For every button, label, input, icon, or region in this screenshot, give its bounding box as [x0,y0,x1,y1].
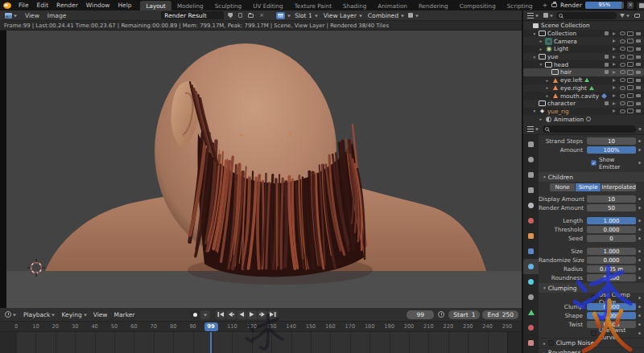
outliner-row-head[interactable]: ▾head [523,60,644,68]
animate-decorator-icon[interactable] [638,237,641,240]
render-toggle-icon[interactable] [635,46,642,52]
viewport-toggle-icon[interactable] [627,31,634,37]
playhead[interactable]: 99 [204,322,218,331]
properties-tab-output[interactable] [523,167,539,183]
open-image-button[interactable] [246,11,255,19]
workspace-tab-scripting[interactable]: Scripting [502,1,539,10]
timeline-ruler[interactable]: 99 0102030405060708090110120130140150160… [0,322,522,332]
outliner-row-mouth-cavity[interactable]: ▸mouth.cavity [523,92,644,100]
slot-dropdown[interactable]: Slot 1 [293,12,320,19]
workspace-tab-uv-editing[interactable]: UV Editing [247,1,289,10]
viewport-toggle-icon[interactable] [627,61,634,68]
outliner-row-animation[interactable]: ▸Animation [523,115,644,123]
selectable-toggle-icon[interactable] [611,77,617,84]
cancel-render-button[interactable]: × [627,2,634,9]
blender-logo-icon[interactable] [3,2,11,9]
field-size[interactable]: 1.000 [587,248,636,255]
disclosure-right-icon[interactable]: ▸ [545,85,550,90]
field-roundness[interactable]: 0.000 [587,274,636,281]
jump-to-end-button[interactable] [268,310,278,319]
fake-user-button[interactable] [226,11,234,19]
menu-view[interactable]: View [21,12,43,19]
field-randomize-size[interactable]: 0.000 [587,257,636,264]
viewport-toggle-icon[interactable] [627,69,634,76]
menu-image[interactable]: Image [43,12,71,19]
animate-decorator-icon[interactable] [638,207,641,209]
outliner-row-camera[interactable]: ▸Camera [523,37,644,45]
current-frame-field[interactable]: 99 [407,310,434,319]
hide-toggle-icon[interactable] [619,54,625,60]
exclude-checkbox[interactable] [603,31,609,37]
display-channels-icon[interactable] [408,13,413,18]
hide-toggle-icon[interactable] [619,101,625,107]
properties-editor-type-button[interactable] [526,125,540,133]
field-length[interactable]: 1.000 [587,217,636,224]
render-toggle-icon[interactable] [635,38,642,44]
outliner-row-yue[interactable]: ▾yue [523,53,644,61]
viewport-toggle-icon[interactable] [627,84,634,91]
viewport-toggle-icon[interactable] [627,46,634,52]
menu-keying[interactable]: Keying [58,311,89,318]
menu-view[interactable]: View [90,311,111,318]
animate-decorator-icon[interactable] [638,162,641,164]
properties-tab-tool[interactable] [523,137,539,152]
animate-decorator-icon[interactable] [638,140,641,142]
animate-decorator-icon[interactable] [638,314,641,317]
start-frame-field[interactable]: Start1 [448,310,480,319]
viewport-toggle-icon[interactable] [627,108,634,114]
disclosure-right-icon[interactable]: ▸ [545,78,550,83]
outliner-row-eye-right[interactable]: ▸eye.right [523,84,644,92]
animate-decorator-icon[interactable] [638,268,641,270]
option-interpolated[interactable]: Interpolated [601,183,636,191]
properties-tab-modifiers[interactable] [523,244,539,259]
menu-marker[interactable]: Marker [110,311,138,318]
selectable-toggle-icon[interactable] [611,61,617,68]
properties-tab-object[interactable] [523,228,539,244]
field-display-amount[interactable]: 10 [587,195,636,203]
render-toggle-icon[interactable] [635,84,642,91]
checkbox-use-twist-curve[interactable] [591,330,597,336]
hide-toggle-icon[interactable] [619,38,625,44]
selectable-toggle-icon[interactable] [611,31,617,37]
properties-tab-constraints[interactable] [523,289,539,305]
keying-set-dropdown[interactable] [200,310,210,319]
render-toggle-icon[interactable] [635,77,642,84]
animate-decorator-icon[interactable] [638,228,641,231]
properties-tab-object-data[interactable] [523,305,539,320]
field-clump[interactable]: 0.000 [587,303,636,310]
outliner-editor-type-button[interactable] [526,11,540,19]
prev-keyframe-button[interactable] [226,310,236,319]
render-toggle-icon[interactable] [635,31,642,37]
menu-file[interactable]: File [14,2,33,9]
outliner-filter-button[interactable] [618,11,631,19]
exclude-checkbox[interactable] [603,54,609,60]
outliner-row-collection[interactable]: ▾Collection [523,30,644,38]
menu-window[interactable]: Window [82,2,114,9]
disclosure-right-icon[interactable]: ▸ [545,93,550,98]
selectable-toggle-icon[interactable] [611,108,617,114]
panel-header-roughness[interactable]: ▸Roughness [539,347,644,353]
checkbox-show-emitter[interactable]: ✓ [591,160,597,166]
viewport-toggle-icon[interactable] [627,54,634,60]
outliner-row-eye-left[interactable]: ▸eye.left [523,76,644,84]
workspace-tab-texture-paint[interactable]: Texture Paint [289,1,337,10]
checkbox-use-clump-curve[interactable] [591,295,597,301]
animate-decorator-icon[interactable] [638,259,641,261]
menu-help[interactable]: Help [114,2,135,9]
field-threshold[interactable]: 0.000 [587,226,636,233]
exclude-checkbox[interactable] [603,101,609,107]
unlink-image-button[interactable]: × [258,11,266,19]
outliner-search-input[interactable] [556,12,617,19]
field-amount[interactable]: 100% [587,146,636,154]
end-frame-field[interactable]: End250 [482,310,518,319]
field-seed[interactable]: 0 [587,235,636,242]
selectable-toggle-icon[interactable] [611,84,617,91]
image-datablock-field[interactable]: Render Result [161,11,224,19]
hide-toggle-icon[interactable] [619,31,625,37]
properties-tab-scene[interactable] [523,198,539,213]
scene-selector[interactable]: Scene × [637,2,644,10]
render-toggle-icon[interactable] [635,108,642,114]
menu-render[interactable]: Render [52,2,82,9]
selectable-toggle-icon[interactable] [611,92,617,99]
animate-decorator-icon[interactable] [638,306,641,308]
